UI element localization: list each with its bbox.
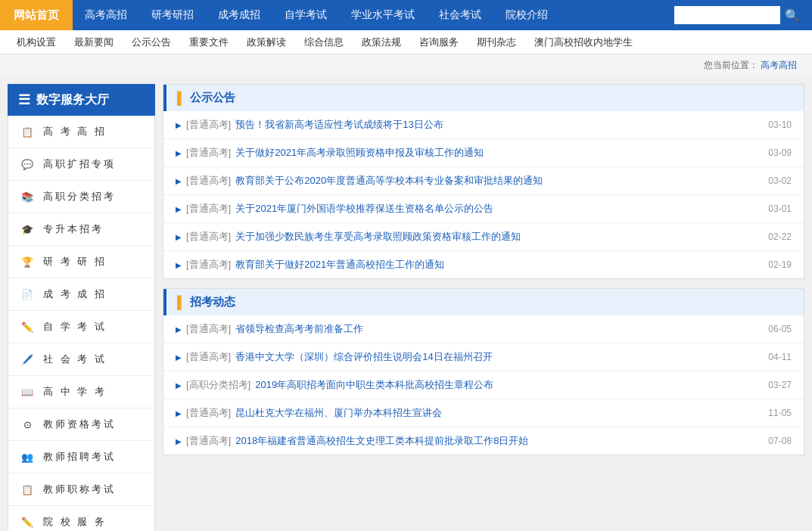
section-announcement: ▌ 公示公告 [普通高考]预告！我省新高考适应性考试成绩将于13日公布03-10… (163, 84, 804, 279)
list-item[interactable]: [普通高考]关于2021年厦门外国语学校推荐保送生资格名单公示的公告03-01 (163, 195, 804, 223)
sub-nav-item[interactable]: 政策解读 (238, 30, 295, 54)
list-item[interactable]: [普通高考]教育部关于公布2020年度普通高等学校本科专业备案和审批结果的通知0… (163, 167, 804, 195)
news-title: [普通高考]教育部关于做好2021年普通高校招生工作的通知 (176, 258, 444, 272)
sidebar-item-label: 高职扩招专项 (43, 157, 116, 171)
news-date: 11-05 (768, 408, 792, 418)
sidebar-icon: ✏️ (19, 318, 36, 335)
section-news-header: ▌ 招考动态 (163, 289, 804, 315)
news-date: 06-05 (768, 324, 792, 334)
list-item[interactable]: [普通高考]关于做好2021年高考录取照顾资格申报及审核工作的通知03-09 (163, 139, 804, 167)
news-date: 02-19 (768, 259, 792, 270)
search-button[interactable]: 🔍 (780, 8, 804, 23)
sidebar-item-label: 教师资格考试 (43, 418, 116, 431)
sidebar-item-label: 研 考 研 招 (43, 255, 107, 269)
sidebar-item[interactable]: 📖高 中 学 考 (8, 376, 154, 408)
sidebar-icon: 📚 (19, 188, 36, 205)
list-item[interactable]: [普通高考]关于加强少数民族考生享受高考录取照顾政策资格审核工作的通知02-22 (163, 223, 804, 251)
sidebar-item-label: 高 考 高 招 (43, 125, 107, 138)
sub-nav-item[interactable]: 公示公告 (123, 30, 180, 54)
sidebar-item-label: 专升本招考 (43, 222, 104, 236)
list-item[interactable]: [普通高考]昆山杜克大学在福州、厦门举办本科招生宣讲会11-05 (163, 399, 804, 427)
sidebar-item-label: 社 会 考 试 (43, 352, 107, 366)
news-title: [普通高考]关于2021年厦门外国语学校推荐保送生资格名单公示的公告 (176, 202, 493, 216)
sidebar-item[interactable]: 📋教师职称考试 (8, 474, 154, 506)
list-item[interactable]: [普通高考]2018年福建省普通高校招生文史理工类本科提前批录取工作8日开始07… (163, 427, 804, 455)
section-announcement-title: 公示公告 (190, 91, 235, 105)
sidebar-item[interactable]: ✏️自 学 考 试 (8, 311, 154, 343)
sidebar-item[interactable]: 🏆研 考 研 招 (8, 246, 154, 278)
list-item[interactable]: [高职分类招考]2019年高职招考面向中职生类本科批高校招生章程公布03-27 (163, 371, 804, 399)
news-date: 07-08 (768, 436, 792, 446)
sidebar-icon: 👥 (19, 449, 36, 465)
search-input[interactable] (674, 6, 780, 24)
menu-icon: ☰ (18, 92, 30, 108)
nav-item[interactable]: 研考研招 (139, 0, 206, 30)
sidebar-item[interactable]: 📋高 考 高 招 (8, 116, 154, 148)
nav-item[interactable]: 院校介绍 (493, 0, 560, 30)
sidebar-title: 数字服务大厅 (36, 92, 109, 108)
sidebar-icon: 📋 (19, 481, 36, 498)
news-title: [普通高考]关于做好2021年高考录取照顾资格申报及审核工作的通知 (176, 146, 484, 160)
sidebar-icon: 🎓 (19, 221, 36, 238)
sidebar-header: ☰ 数字服务大厅 (8, 84, 155, 116)
sidebar-item[interactable]: 📄成 考 成 招 (8, 278, 154, 311)
sub-navigation: 机构设置最新要闻公示公告重要文件政策解读综合信息政策法规咨询服务期刊杂志澳门高校… (0, 30, 812, 54)
announcement-list: [普通高考]预告！我省新高考适应性考试成绩将于13日公布03-10[普通高考]关… (163, 111, 804, 278)
news-date: 03-27 (768, 380, 792, 390)
sidebar-item[interactable]: ⊙教师资格考试 (8, 408, 154, 441)
sidebar-item-label: 教师职称考试 (43, 483, 116, 496)
sub-nav-item[interactable]: 重要文件 (180, 30, 238, 54)
news-title: [普通高考]2018年福建省普通高校招生文史理工类本科提前批录取工作8日开始 (176, 434, 528, 448)
news-title: [普通高考]昆山杜克大学在福州、厦门举办本科招生宣讲会 (176, 406, 442, 420)
news-date: 03-01 (768, 203, 792, 214)
news-title: [普通高考]教育部关于公布2020年度普通高等学校本科专业备案和审批结果的通知 (176, 174, 543, 188)
main-layout: ☰ 数字服务大厅 📋高 考 高 招💬高职扩招专项📚高职分类招考🎓专升本招考🏆研 … (0, 76, 812, 531)
nav-item[interactable]: 自学考试 (272, 0, 339, 30)
sidebar-icon: 💬 (19, 156, 36, 172)
nav-item[interactable]: 社会考试 (427, 0, 493, 30)
sidebar: ☰ 数字服务大厅 📋高 考 高 招💬高职扩招专项📚高职分类招考🎓专升本招考🏆研 … (8, 84, 155, 531)
news-date: 03-09 (768, 148, 792, 158)
sidebar-icon: ⊙ (19, 416, 36, 433)
list-item[interactable]: [普通高考]预告！我省新高考适应性考试成绩将于13日公布03-10 (163, 111, 804, 139)
list-item[interactable]: [普通高考]省领导检查高考考前准备工作06-05 (163, 315, 804, 343)
sub-nav-item[interactable]: 综合信息 (295, 30, 353, 54)
sidebar-item-label: 高职分类招考 (43, 190, 116, 203)
list-item[interactable]: [普通高考]香港中文大学（深圳）综合评价招生说明会14日在福州召开04-11 (163, 343, 804, 371)
nav-item[interactable]: 学业水平考试 (339, 0, 427, 30)
news-date: 02-22 (768, 231, 792, 242)
section-news: ▌ 招考动态 [普通高考]省领导检查高考考前准备工作06-05[普通高考]香港中… (163, 288, 804, 455)
sidebar-item[interactable]: ✏️院 校 服 务 (8, 506, 154, 531)
sub-nav-item[interactable]: 澳门高校招收内地学生 (525, 30, 642, 54)
section-news-title: 招考动态 (190, 295, 235, 309)
sidebar-item[interactable]: 👥教师招聘考试 (8, 441, 154, 474)
sub-nav-item[interactable]: 最新要闻 (65, 30, 123, 54)
sidebar-item[interactable]: 📚高职分类招考 (8, 181, 154, 213)
sidebar-item-label: 自 学 考 试 (43, 320, 107, 334)
sidebar-icon: 📖 (19, 384, 36, 400)
news-list: [普通高考]省领导检查高考考前准备工作06-05[普通高考]香港中文大学（深圳）… (163, 315, 804, 455)
sidebar-item[interactable]: 🎓专升本招考 (8, 213, 154, 246)
sub-nav-item[interactable]: 政策法规 (353, 30, 410, 54)
nav-item[interactable]: 高考高招 (73, 0, 139, 30)
sub-nav-item[interactable]: 咨询服务 (410, 30, 468, 54)
nav-home[interactable]: 网站首页 (0, 0, 73, 30)
breadcrumb: 您当前位置： 高考高招 (0, 54, 812, 76)
nav-item[interactable]: 成考成招 (206, 0, 272, 30)
content-area: ▌ 公示公告 [普通高考]预告！我省新高考适应性考试成绩将于13日公布03-10… (163, 84, 804, 531)
top-navigation: 网站首页 高考高招研考研招成考成招自学考试学业水平考试社会考试院校介绍 🔍 (0, 0, 812, 30)
sub-nav-item[interactable]: 机构设置 (8, 30, 65, 54)
nav-items: 高考高招研考研招成考成招自学考试学业水平考试社会考试院校介绍 (73, 0, 674, 30)
sidebar-item-label: 教师招聘考试 (43, 450, 116, 464)
news-date: 03-02 (768, 175, 792, 186)
breadcrumb-location[interactable]: 高考高招 (761, 60, 797, 70)
news-date: 03-10 (768, 120, 792, 130)
sidebar-item[interactable]: 🖊️社 会 考 试 (8, 343, 154, 376)
sub-nav-item[interactable]: 期刊杂志 (468, 30, 525, 54)
news-title: [高职分类招考]2019年高职招考面向中职生类本科批高校招生章程公布 (176, 378, 493, 392)
sidebar-menu: 📋高 考 高 招💬高职扩招专项📚高职分类招考🎓专升本招考🏆研 考 研 招📄成 考… (8, 116, 155, 531)
breadcrumb-prefix: 您当前位置： (704, 60, 758, 70)
list-item[interactable]: [普通高考]教育部关于做好2021年普通高校招生工作的通知02-19 (163, 251, 804, 278)
sidebar-icon: 🖊️ (19, 351, 36, 368)
sidebar-item[interactable]: 💬高职扩招专项 (8, 148, 154, 181)
